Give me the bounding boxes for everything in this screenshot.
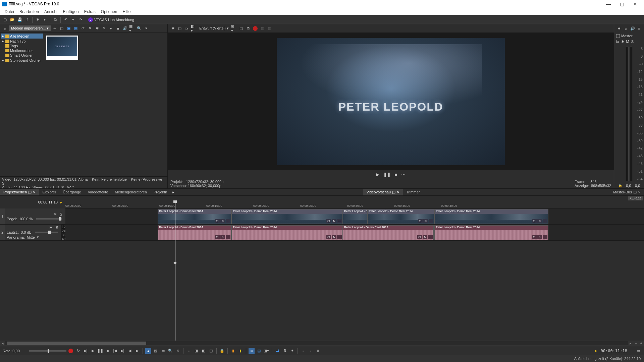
snap-enable-icon[interactable]: ⧈ <box>249 348 255 354</box>
copy-icon[interactable]: ⧉ <box>52 17 58 23</box>
preview-more-button[interactable]: ⋯ <box>401 172 406 177</box>
auto-ripple-icon[interactable]: ⇄ <box>274 348 280 354</box>
clip-btn[interactable]: ⋯ <box>428 235 433 239</box>
tab-projektn[interactable]: Projektn <box>150 189 170 195</box>
master-checkbox[interactable] <box>616 34 620 38</box>
import-media-dropdown[interactable]: Medien importieren... ▾ <box>9 25 51 31</box>
preview-quality-dropdown[interactable]: Entwurf (Viertel) ▾ <box>198 25 230 31</box>
layout-icon[interactable]: ▭ <box>635 348 641 354</box>
tree-item-4[interactable]: Smart-Ordner <box>1 53 43 58</box>
timeline-empty-area[interactable]: ◂ ▸ <box>0 241 644 341</box>
preview-external-icon[interactable]: ▢ <box>177 25 183 32</box>
play-button[interactable]: ▶ <box>90 348 96 354</box>
media-blue1-icon[interactable]: ▣ <box>66 25 72 32</box>
clip-btn[interactable]: fx <box>537 219 542 223</box>
media-vol-icon[interactable]: 🔊 <box>122 25 128 32</box>
play-start-button[interactable]: ▶| <box>83 348 89 354</box>
menu-extras[interactable]: Extras <box>82 9 98 15</box>
tab-projektmedien[interactable]: Projektmedien ▢ ✕ <box>0 189 39 195</box>
playhead[interactable] <box>175 208 175 241</box>
redo-icon[interactable]: ↷ <box>77 17 84 23</box>
menu-bearbeiten[interactable]: Bearbeiten <box>17 9 42 15</box>
save-icon[interactable]: 💾 <box>17 17 23 23</box>
media-nav1-icon[interactable]: ↩ <box>52 25 58 32</box>
clip-btn[interactable]: ⋯ <box>337 235 342 239</box>
media-filter-icon[interactable]: ▾ <box>143 25 149 32</box>
snap-dd-icon[interactable]: ◨▾ <box>263 348 269 354</box>
stop-button[interactable]: ■ <box>105 348 111 354</box>
scroll-thumb[interactable] <box>7 342 146 345</box>
tab-videoeffekte[interactable]: Videoeffekte <box>85 189 112 195</box>
video-level-slider[interactable] <box>36 218 62 220</box>
clip-btn[interactable]: ▢ <box>326 219 331 223</box>
snap-grid-icon[interactable]: ▤ <box>256 348 262 354</box>
audio-clip[interactable]: Peter Leopold - Demo Reel 2014▢fx⋯ <box>158 225 231 240</box>
clip-btn[interactable]: fx <box>332 219 336 223</box>
clip-btn[interactable]: ▢ <box>418 219 423 223</box>
menu-einfügen[interactable]: Einfügen <box>60 9 81 15</box>
pause-button[interactable]: ❚❚ <box>97 348 103 354</box>
preview-overlay-icon[interactable]: ▢ <box>238 25 244 32</box>
bottom-timecode[interactable]: 00:00:11:18 <box>601 349 627 353</box>
lock-icon[interactable]: 🔒 <box>618 184 622 188</box>
pan-dropdown-icon[interactable]: ▾ <box>37 235 39 239</box>
media-grid[interactable]: XLE IDEAS <box>44 33 167 176</box>
clip-btn[interactable]: ▢ <box>215 219 220 223</box>
menu-hilfe[interactable]: Hilfe <box>120 9 133 15</box>
close-button[interactable]: ✕ <box>629 1 642 7</box>
scroll-right-icon[interactable]: ▸ <box>628 341 633 346</box>
clip-btn[interactable]: ⋯ <box>226 219 230 223</box>
tree-item-0[interactable]: ▸Alle Medien <box>1 34 43 39</box>
new-project-icon[interactable]: ▢ <box>2 17 8 23</box>
auto-crossfade-icon[interactable]: ⧖ <box>315 348 321 354</box>
master-bus-tab[interactable]: Master-Bus ▢ ✕ <box>610 189 644 195</box>
clip-btn[interactable]: ▢ <box>215 235 220 239</box>
media-home-icon[interactable]: ⌂ <box>2 25 8 32</box>
clip-btn[interactable]: ⋯ <box>226 235 230 239</box>
go-start-button[interactable]: |◀ <box>112 348 118 354</box>
media-blue2-icon[interactable]: ▤ <box>73 25 79 32</box>
scroll-left-icon[interactable]: ◂ <box>0 341 5 346</box>
master-settings-icon[interactable]: ✱ <box>616 25 622 32</box>
audio-track-header[interactable]: 2 . MS Lautst.: 0,0 dB Panorama: Mitte ▾ <box>0 225 65 241</box>
record-button[interactable] <box>68 348 74 354</box>
color-icon[interactable]: ✦ <box>289 348 295 354</box>
hub-badge[interactable]: V VEGAS Hub Abmeldung <box>88 17 134 22</box>
timeline-scrollbar[interactable]: ◂ ▸ − + <box>0 341 644 346</box>
clip-btn[interactable]: ⋯ <box>543 219 547 223</box>
preview-pause-button[interactable]: ❚❚ <box>383 172 391 177</box>
tab-trimmer[interactable]: Trimmer <box>403 189 423 195</box>
preview-split-icon[interactable]: ◧ ▾ <box>191 25 197 32</box>
clip-btn[interactable]: fx <box>423 235 427 239</box>
video-clip[interactable]: Peter Leopold - Demo Reel 2014▢fx⋯ <box>367 209 434 224</box>
clip-btn[interactable]: ⋯ <box>337 219 342 223</box>
video-mute[interactable]: M <box>53 212 57 216</box>
zoom-out-icon[interactable]: − <box>633 341 639 345</box>
render-icon[interactable]: ▸ <box>42 17 48 23</box>
lock-track-icon[interactable]: 🔒 <box>219 348 225 354</box>
video-solo[interactable]: S <box>59 212 63 216</box>
media-search-icon[interactable]: 🔍 <box>136 25 142 32</box>
audio-clip[interactable]: Peter Leopold - Demo Reel 2014▢fx⋯ <box>434 225 548 240</box>
playhead-handle-icon[interactable]: ◂ ▸ <box>173 261 177 342</box>
trim1-icon[interactable]: ◨ <box>193 348 199 354</box>
menu-ansicht[interactable]: Ansicht <box>42 9 60 15</box>
preview-play-button[interactable]: ▶ <box>376 172 379 177</box>
tree-item-1[interactable]: ▸Nach Typ <box>1 39 43 44</box>
time-ruler[interactable]: +1:40:26 00:00:00;0000:00:05;0000:00:10;… <box>65 196 644 208</box>
clip-btn[interactable]: ⋯ <box>429 219 433 223</box>
minimize-button[interactable]: — <box>602 1 615 7</box>
undo-icon[interactable]: ↶ <box>63 17 69 23</box>
envelope-tool[interactable]: ▭ <box>160 348 166 354</box>
media-settings-icon[interactable]: ✱ <box>94 25 100 32</box>
go-end-button[interactable]: ▶| <box>119 348 125 354</box>
clip-btn[interactable]: fx <box>423 219 428 223</box>
menu-datei[interactable]: Datei <box>2 9 17 15</box>
clip-btn[interactable]: fx <box>332 235 336 239</box>
maximize-button[interactable]: ▢ <box>615 1 629 7</box>
master-solo[interactable]: S <box>631 40 634 44</box>
preview-fx-icon[interactable]: fx <box>184 25 190 32</box>
video-clip[interactable]: Peter Leopold - Demo Reel 2014▢fx⋯ <box>434 209 548 224</box>
trim2-icon[interactable]: ◧ <box>201 348 207 354</box>
clip-btn[interactable]: ⋯ <box>543 235 547 239</box>
